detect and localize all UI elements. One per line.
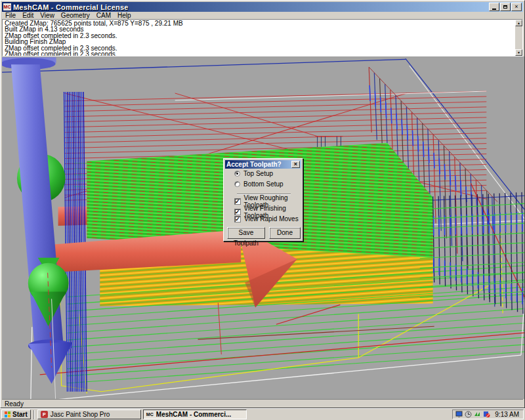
antivirus-tray-icon[interactable] xyxy=(483,411,490,418)
radio-top-setup[interactable]: Top Setup xyxy=(234,170,273,177)
radio-icon[interactable] xyxy=(234,171,240,177)
system-tray: 9:13 AM xyxy=(452,410,524,419)
dialog-close-button[interactable]: × xyxy=(291,161,300,168)
clock-tray-icon[interactable] xyxy=(465,411,472,418)
task-jasc-label: Jasc Paint Shop Pro xyxy=(51,411,110,418)
title-bar[interactable]: MC MeshCAM - Commercial License × xyxy=(2,2,523,12)
dialog-title: Accept Toolpath? xyxy=(226,161,291,168)
done-button[interactable]: Done xyxy=(269,227,301,239)
task-meshcam-label: MeshCAM - Commerci... xyxy=(156,411,231,418)
close-button[interactable]: × xyxy=(511,3,522,11)
task-jasc-paint-shop[interactable]: P Jasc Paint Shop Pro xyxy=(37,410,141,419)
checkbox-icon[interactable]: ✓ xyxy=(234,216,241,222)
dialog-title-bar[interactable]: Accept Toolpath? × xyxy=(225,160,301,169)
save-toolpath-button[interactable]: Save Toolpath xyxy=(227,227,265,239)
clock[interactable]: 9:13 AM xyxy=(495,411,519,418)
window-title: MeshCAM - Commercial License xyxy=(13,3,488,11)
menu-help[interactable]: Help xyxy=(114,12,135,19)
accept-toolpath-dialog[interactable]: Accept Toolpath? × Top Setup Bottom Setu… xyxy=(223,158,303,242)
checkbox-icon[interactable]: ✓ xyxy=(234,198,241,205)
meshcam-window: MC MeshCAM - Commercial License × File E… xyxy=(0,0,525,408)
menu-view[interactable]: View xyxy=(37,12,58,19)
menu-edit[interactable]: Edit xyxy=(19,12,37,19)
restore-button[interactable] xyxy=(500,3,511,11)
radio-bottom-setup[interactable]: Bottom Setup xyxy=(234,180,284,188)
log-line: ZMap offset completed in 2.3 seconds. xyxy=(5,51,513,56)
radio-bottom-setup-label: Bottom Setup xyxy=(243,180,284,188)
log-output: Created ZMap: 765625 points total, X=875… xyxy=(2,19,523,56)
taskbar-divider xyxy=(33,410,35,419)
update-tray-icon[interactable] xyxy=(474,411,481,418)
menu-bar: File Edit View Geometry CAM Help xyxy=(2,12,523,19)
minimize-icon xyxy=(492,9,496,10)
log-scrollbar[interactable]: ▲ ▼ xyxy=(515,20,522,56)
check-view-rapid[interactable]: ✓ View Rapid Moves xyxy=(234,215,299,222)
jasc-app-icon: P xyxy=(41,411,48,418)
close-icon: × xyxy=(514,4,518,10)
meshcam-app-icon: MC xyxy=(146,411,154,418)
scroll-down-icon[interactable]: ▼ xyxy=(515,49,522,56)
task-meshcam[interactable]: MC MeshCAM - Commerci... xyxy=(143,410,247,419)
display-tray-icon[interactable] xyxy=(455,411,463,418)
windows-logo-icon xyxy=(5,411,10,417)
restore-icon xyxy=(503,5,507,9)
radio-top-setup-label: Top Setup xyxy=(243,170,273,177)
menu-cam[interactable]: CAM xyxy=(93,12,114,19)
dialog-close-icon: × xyxy=(294,161,297,167)
scroll-up-icon[interactable]: ▲ xyxy=(515,20,522,26)
checkbox-icon[interactable]: ✓ xyxy=(234,209,241,215)
start-label: Start xyxy=(12,411,28,418)
minimize-button[interactable] xyxy=(489,3,499,11)
radio-icon[interactable] xyxy=(234,181,240,187)
menu-file[interactable]: File xyxy=(2,12,19,19)
check-view-rapid-label: View Rapid Moves xyxy=(244,215,299,222)
taskbar: Start P Jasc Paint Shop Pro MC MeshCAM -… xyxy=(0,408,525,420)
status-bar: Ready xyxy=(2,399,523,408)
app-icon: MC xyxy=(3,3,11,10)
log-line: ZMap offset completed in 2.3 seconds. xyxy=(5,33,513,39)
start-button[interactable]: Start xyxy=(1,410,31,419)
menu-geometry[interactable]: Geometry xyxy=(58,12,93,19)
status-text: Ready xyxy=(5,400,24,408)
